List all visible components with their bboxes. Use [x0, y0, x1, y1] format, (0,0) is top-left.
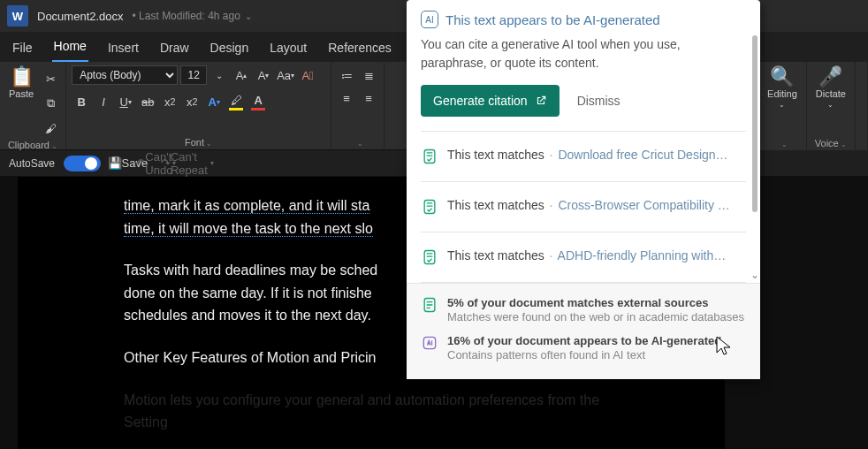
paste-button[interactable]: 📋 Paste: [5, 65, 37, 101]
tab-layout[interactable]: Layout: [268, 35, 308, 62]
document-icon: [421, 296, 438, 314]
bullets-button[interactable]: ≔: [337, 65, 356, 85]
panel-summary: 5% of your document matches external sou…: [407, 283, 760, 379]
font-size-select[interactable]: 12: [180, 65, 207, 85]
subscript-button[interactable]: x2: [160, 92, 179, 111]
group-label-clipboard: Clipboard: [5, 138, 60, 150]
paragraph[interactable]: Motion lets you configure your general a…: [124, 389, 619, 434]
clear-formatting-button[interactable]: A⃠: [298, 65, 317, 85]
ribbon-right: 🔍 Editing⌄ 🎤 Dictate⌄ Voice: [758, 62, 868, 150]
search-icon: 🔍: [770, 67, 794, 87]
tab-insert[interactable]: Insert: [106, 35, 141, 62]
underline-button[interactable]: U▾: [116, 92, 135, 111]
more-commands-button[interactable]: ▾: [202, 154, 222, 173]
panel-scrollbar[interactable]: ⌄: [748, 0, 760, 283]
font-color-button[interactable]: A: [248, 92, 268, 111]
group-font: Aptos (Body) 12 ⌄ A▴ A▾ Aa▾ A⃠ B I U▾ ab…: [66, 62, 331, 149]
dismiss-button[interactable]: Dismiss: [577, 94, 621, 108]
group-label-voice: Voice: [812, 136, 849, 148]
match-result[interactable]: This text matches · Cross-Browser Compat…: [407, 182, 760, 232]
svg-rect-1: [424, 201, 435, 214]
shrink-font-button[interactable]: A▾: [254, 65, 273, 85]
tab-draw[interactable]: Draw: [158, 35, 191, 62]
ai-detection-header: AI This text appears to be AI-generated: [407, 0, 760, 32]
match-result[interactable]: This text matches · ADHD-friendly Planni…: [407, 232, 760, 282]
microphone-icon: 🎤: [819, 67, 842, 87]
ai-match-title: 16% of your document appears to be AI-ge…: [447, 334, 721, 347]
superscript-button[interactable]: x2: [182, 92, 202, 111]
svg-rect-2: [424, 251, 435, 264]
copy-button[interactable]: ⧉: [41, 94, 60, 113]
last-modified[interactable]: • Last Modified: 4h ago ⌄: [133, 10, 253, 22]
match-result[interactable]: This text matches · Download free Cricut…: [407, 132, 760, 181]
numbering-button[interactable]: ≣: [359, 65, 378, 85]
change-case-button[interactable]: Aa▾: [276, 65, 295, 85]
external-match-sub: Matches were found on the web or in acad…: [447, 309, 744, 325]
ai-icon: [421, 334, 438, 352]
italic-button[interactable]: I: [94, 92, 113, 111]
cut-button[interactable]: ✂: [41, 69, 60, 88]
chevron-down-icon: ⌄: [245, 11, 252, 21]
similarity-panel: AI This text appears to be AI-generated …: [407, 0, 760, 379]
redo-button[interactable]: ↷ Can't Repeat: [174, 154, 194, 173]
clipboard-icon: 📋: [10, 67, 34, 87]
highlight-button[interactable]: 🖊: [226, 92, 246, 111]
ai-match-sub: Contains patterns often found in AI text: [447, 347, 721, 363]
autosave-label: AutoSave: [9, 157, 55, 170]
group-label-font: Font: [72, 135, 325, 148]
align-left-button[interactable]: ≡: [337, 88, 356, 108]
document-check-icon: [421, 148, 438, 165]
generate-citation-button[interactable]: Generate citation: [421, 85, 560, 117]
strikethrough-button[interactable]: ab: [138, 92, 157, 111]
align-center-button[interactable]: ≡: [359, 88, 378, 108]
mouse-cursor-icon: [716, 336, 732, 357]
dictate-button[interactable]: 🎤 Dictate⌄: [812, 65, 849, 110]
group-clipboard: 📋 Paste ✂ ⧉ 🖌 Clipboard: [0, 62, 66, 149]
tab-file[interactable]: File: [11, 35, 34, 62]
font-name-select[interactable]: Aptos (Body): [72, 65, 178, 85]
save-button[interactable]: 💾 Save: [118, 154, 137, 173]
editing-button[interactable]: 🔍 Editing⌄: [764, 65, 801, 110]
ai-icon: AI: [421, 11, 438, 28]
autosave-toggle[interactable]: [64, 156, 101, 171]
text-effects-button[interactable]: A▾: [204, 92, 224, 111]
bold-button[interactable]: B: [72, 92, 91, 111]
word-icon: W: [7, 5, 28, 27]
svg-rect-0: [424, 150, 435, 164]
ai-detection-description: You can cite a generative AI tool when y…: [407, 32, 760, 85]
document-check-icon: [421, 198, 438, 216]
tab-home[interactable]: Home: [52, 34, 88, 62]
chevron-down-icon[interactable]: ⌄: [209, 65, 229, 85]
external-link-icon: [535, 95, 547, 107]
tab-design[interactable]: Design: [209, 35, 251, 62]
document-title[interactable]: Document2.docx: [37, 10, 124, 23]
tab-references[interactable]: References: [326, 35, 393, 62]
external-match-title: 5% of your document matches external sou…: [447, 296, 744, 309]
format-painter-button[interactable]: 🖌: [41, 118, 60, 138]
document-check-icon: [421, 248, 438, 266]
grow-font-button[interactable]: A▴: [232, 65, 251, 85]
group-paragraph: ≔ ≣ ≡ ≡: [331, 62, 385, 149]
chevron-down-icon[interactable]: ⌄: [750, 269, 759, 281]
